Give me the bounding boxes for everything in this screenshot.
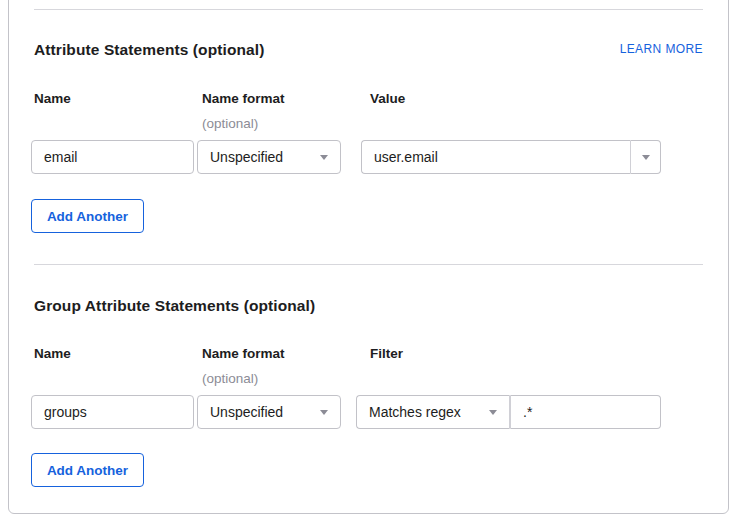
group-filter-type-selected-value: Matches regex: [369, 404, 461, 420]
group-name-format-select[interactable]: Unspecified: [197, 395, 341, 429]
attr-name-input[interactable]: [31, 140, 194, 174]
group-col-name-label: Name: [34, 346, 71, 361]
section-divider-middle: [34, 264, 703, 265]
group-filter-input-group: Matches regex: [356, 395, 661, 429]
attr-value-input[interactable]: [361, 140, 630, 174]
chevron-down-icon: [320, 155, 328, 160]
attr-value-dropdown-button[interactable]: [630, 140, 661, 174]
group-add-another-button[interactable]: Add Another: [31, 453, 144, 487]
attr-col-value-label: Value: [370, 91, 405, 106]
section-divider-top: [34, 9, 703, 10]
group-filter-value-input[interactable]: [510, 395, 661, 429]
chevron-down-icon: [642, 155, 650, 160]
learn-more-link[interactable]: LEARN MORE: [620, 42, 703, 56]
chevron-down-icon: [489, 410, 497, 415]
group-name-input[interactable]: [31, 395, 194, 429]
attr-value-input-group: [361, 140, 661, 174]
chevron-down-icon: [320, 410, 328, 415]
group-name-format-selected-value: Unspecified: [210, 404, 283, 420]
group-attribute-statements-title: Group Attribute Statements (optional): [34, 297, 315, 315]
attr-add-another-button[interactable]: Add Another: [31, 199, 144, 233]
attribute-statements-title: Attribute Statements (optional): [34, 41, 264, 59]
attr-col-name-format-optional-label: (optional): [202, 116, 258, 131]
attr-col-name-label: Name: [34, 91, 71, 106]
saml-settings-card: Attribute Statements (optional) LEARN MO…: [8, 0, 729, 514]
group-filter-type-select[interactable]: Matches regex: [356, 395, 510, 429]
attr-name-format-selected-value: Unspecified: [210, 149, 283, 165]
group-col-name-format-optional-label: (optional): [202, 371, 258, 386]
attr-col-name-format-label: Name format: [202, 91, 285, 106]
group-col-name-format-label: Name format: [202, 346, 285, 361]
attr-name-format-select[interactable]: Unspecified: [197, 140, 341, 174]
group-col-filter-label: Filter: [370, 346, 403, 361]
